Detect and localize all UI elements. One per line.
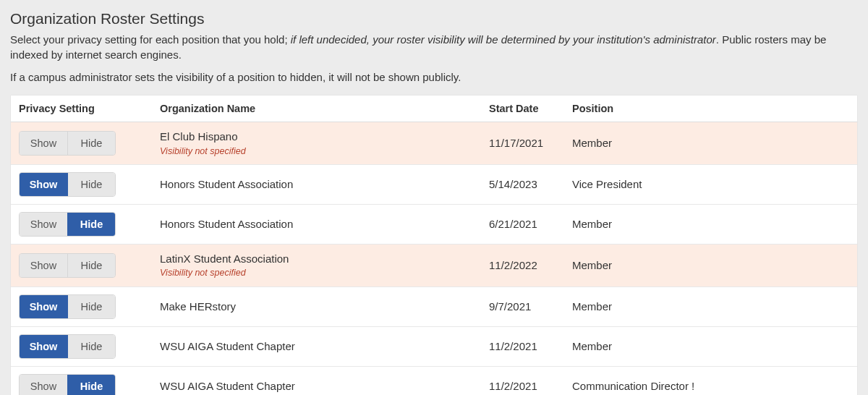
show-button[interactable]: Show — [20, 335, 67, 358]
start-date-cell: 11/17/2021 — [481, 122, 564, 165]
privacy-cell: ShowHide — [11, 164, 152, 204]
col-header-start: Start Date — [481, 95, 564, 122]
privacy-cell: ShowHide — [11, 366, 152, 395]
col-header-privacy: Privacy Setting — [11, 95, 152, 122]
privacy-toggle: ShowHide — [19, 374, 116, 396]
start-date-cell: 11/2/2021 — [481, 366, 564, 395]
roster-table: Privacy Setting Organization Name Start … — [11, 95, 857, 395]
intro-text: Select your privacy setting for each pos… — [10, 32, 858, 62]
org-name: Make HERstory — [160, 300, 473, 314]
privacy-cell: ShowHide — [11, 326, 152, 366]
position-cell: Member — [564, 122, 857, 165]
position-cell: Vice President — [564, 164, 857, 204]
position-cell: Member — [564, 204, 857, 244]
hide-button[interactable]: Hide — [67, 213, 115, 236]
table-row: ShowHideHonors Student Association6/21/2… — [11, 204, 857, 244]
org-cell: Honors Student Association — [152, 164, 481, 204]
hide-button[interactable]: Hide — [67, 335, 115, 358]
table-row: ShowHideEl Club HispanoVisibility not sp… — [11, 122, 857, 165]
table-row: ShowHideLatinX Student AssociationVisibi… — [11, 244, 857, 286]
hide-button[interactable]: Hide — [67, 375, 115, 396]
position-cell: Member — [564, 286, 857, 326]
show-button[interactable]: Show — [20, 173, 67, 196]
roster-table-container: Privacy Setting Organization Name Start … — [10, 95, 858, 395]
visibility-note: Visibility not specified — [160, 267, 473, 279]
org-cell: WSU AIGA Student Chapter — [152, 366, 481, 395]
org-name: LatinX Student Association — [160, 252, 473, 266]
org-name: Honors Student Association — [160, 177, 473, 192]
col-header-position: Position — [564, 95, 857, 122]
table-row: ShowHideWSU AIGA Student Chapter11/2/202… — [11, 366, 857, 395]
start-date-cell: 11/2/2022 — [481, 244, 564, 286]
admin-note: If a campus administrator sets the visib… — [10, 71, 858, 83]
show-button[interactable]: Show — [20, 295, 67, 318]
org-cell: LatinX Student AssociationVisibility not… — [152, 244, 481, 286]
show-button[interactable]: Show — [20, 254, 67, 277]
privacy-toggle: ShowHide — [19, 131, 116, 156]
org-cell: Make HERstory — [152, 286, 481, 326]
org-name: El Club Hispano — [160, 129, 473, 144]
privacy-cell: ShowHide — [11, 286, 152, 326]
position-cell: Member — [564, 244, 857, 286]
org-name: WSU AIGA Student Chapter — [160, 339, 473, 354]
table-row: ShowHideHonors Student Association5/14/2… — [11, 164, 857, 204]
hide-button[interactable]: Hide — [67, 254, 115, 277]
col-header-org: Organization Name — [152, 95, 481, 122]
hide-button[interactable]: Hide — [67, 173, 115, 196]
org-cell: Honors Student Association — [152, 204, 481, 244]
page-title: Organization Roster Settings — [10, 10, 858, 27]
start-date-cell: 9/7/2021 — [481, 286, 564, 326]
table-header-row: Privacy Setting Organization Name Start … — [11, 95, 857, 122]
privacy-toggle: ShowHide — [19, 212, 116, 237]
hide-button[interactable]: Hide — [67, 295, 115, 318]
show-button[interactable]: Show — [20, 213, 67, 236]
visibility-note: Visibility not specified — [160, 145, 473, 157]
intro-lead: Select your privacy setting for each pos… — [10, 33, 291, 46]
show-button[interactable]: Show — [20, 132, 67, 155]
org-cell: WSU AIGA Student Chapter — [152, 326, 481, 366]
org-name: WSU AIGA Student Chapter — [160, 379, 473, 394]
position-cell: Communication Director ! — [564, 366, 857, 395]
privacy-toggle: ShowHide — [19, 294, 116, 319]
start-date-cell: 6/21/2021 — [481, 204, 564, 244]
org-name: Honors Student Association — [160, 217, 473, 232]
privacy-toggle: ShowHide — [19, 334, 116, 359]
hide-button[interactable]: Hide — [67, 132, 115, 155]
position-cell: Member — [564, 326, 857, 366]
start-date-cell: 11/2/2021 — [481, 326, 564, 366]
privacy-cell: ShowHide — [11, 204, 152, 244]
start-date-cell: 5/14/2023 — [481, 164, 564, 204]
privacy-toggle: ShowHide — [19, 253, 116, 278]
privacy-cell: ShowHide — [11, 122, 152, 165]
table-row: ShowHideMake HERstory9/7/2021Member — [11, 286, 857, 326]
table-row: ShowHideWSU AIGA Student Chapter11/2/202… — [11, 326, 857, 366]
intro-italic: if left undecided, your roster visibilit… — [291, 33, 716, 46]
show-button[interactable]: Show — [20, 375, 67, 396]
privacy-toggle: ShowHide — [19, 172, 116, 197]
org-cell: El Club HispanoVisibility not specified — [152, 122, 481, 165]
privacy-cell: ShowHide — [11, 244, 152, 286]
